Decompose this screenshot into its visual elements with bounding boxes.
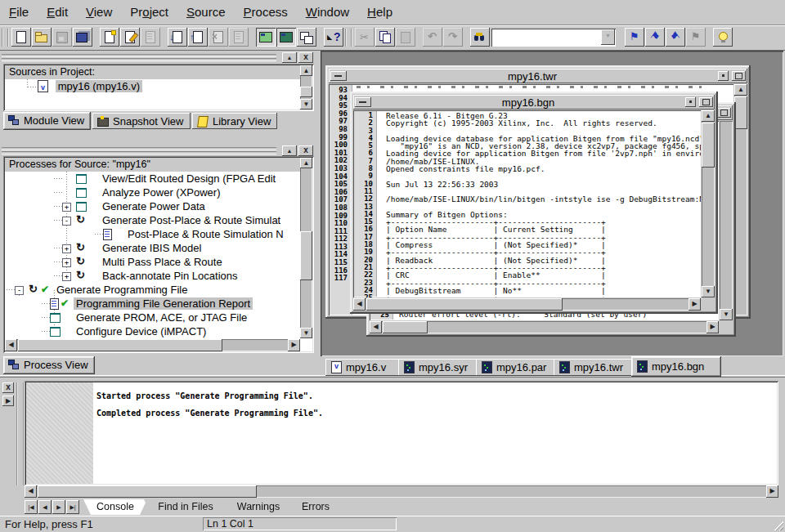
expand-icon[interactable] — [62, 244, 71, 253]
first-tab-button[interactable]: |◀ — [25, 500, 38, 514]
sources-vertical-scrollbar[interactable] — [300, 65, 312, 110]
process-item[interactable]: Generate IBIS Model — [5, 241, 300, 255]
scroll-left-arrow[interactable] — [370, 321, 382, 333]
process-item-label[interactable]: Generate PROM, ACE, or JTAG File — [74, 311, 249, 324]
menu-process[interactable]: Process — [235, 0, 297, 25]
find-combo[interactable] — [491, 29, 616, 47]
scroll-right-arrow[interactable] — [288, 339, 300, 351]
process-item[interactable]: Post-Place & Route Simulation N — [5, 227, 300, 241]
collapse-panel-button[interactable]: ▲ — [282, 52, 297, 63]
scroll-left-arrow[interactable] — [353, 298, 366, 311]
console-output[interactable]: Started process "Generate Programming Fi… — [25, 381, 778, 485]
window-menu-button[interactable] — [330, 71, 347, 81]
tab-module-view[interactable]: Module View — [3, 112, 91, 130]
collapse-panel-button[interactable]: ▲ — [282, 145, 297, 156]
process-item-label[interactable]: Generate Post-Place & Route Simulat — [100, 214, 283, 226]
window-menu-button[interactable] — [355, 97, 371, 107]
context-help-button[interactable] — [324, 28, 343, 47]
processes-tree[interactable]: View/Edit Routed Design (FPGA EditAnalyz… — [5, 172, 300, 338]
scroll-thumb[interactable] — [734, 96, 747, 129]
process-item-label[interactable]: Programming File Generation Report — [74, 297, 253, 310]
scroll-thumb[interactable] — [18, 339, 222, 351]
scroll-right-arrow[interactable] — [689, 298, 701, 311]
previous-tab-button[interactable]: ◀ — [38, 500, 52, 514]
last-tab-button[interactable]: ▶| — [66, 500, 79, 514]
scroll-down-arrow[interactable] — [300, 328, 312, 338]
expand-icon[interactable] — [62, 203, 71, 212]
close-console-button[interactable]: x — [2, 382, 14, 393]
sources-panel-gripbar[interactable]: ▲ x — [0, 52, 319, 62]
par-vertical-scrollbar[interactable] — [720, 121, 733, 320]
edit-source-button[interactable] — [120, 28, 140, 47]
scroll-thumb[interactable] — [300, 87, 312, 97]
resize-grip[interactable] — [772, 519, 783, 530]
file-tab-mpy16.twr[interactable]: mpy16.twr — [554, 359, 640, 376]
bgn-window[interactable]: mpy16.bgn 1Release 6.1i - Bitgen G.232Co… — [350, 92, 718, 314]
tab-errors[interactable]: Errors — [289, 499, 342, 515]
copy-button[interactable] — [375, 28, 395, 47]
twr-titlebar[interactable]: mpy16.twr — [329, 69, 747, 83]
toggle-processes-window-button[interactable] — [276, 28, 296, 47]
next-bookmark-button[interactable] — [645, 28, 665, 47]
scroll-down-arrow[interactable] — [702, 286, 715, 297]
tab-library-view[interactable]: Library View — [192, 113, 277, 129]
toolbar-drag-grip[interactable] — [345, 29, 352, 47]
processes-vertical-scrollbar[interactable] — [300, 158, 312, 338]
process-item-label[interactable]: View/Edit Routed Design (FPGA Edit — [100, 172, 278, 185]
par-horizontal-scrollbar[interactable] — [370, 321, 719, 333]
scroll-right-arrow[interactable] — [766, 485, 778, 498]
move-source-down-button[interactable] — [168, 28, 187, 47]
process-item[interactable]: View/Edit Routed Design (FPGA Edit — [5, 172, 300, 186]
tab-process-view[interactable]: Process View — [3, 356, 95, 374]
window-maximize-button[interactable] — [699, 97, 713, 107]
tab-console[interactable]: Console — [83, 499, 147, 515]
scroll-thumb[interactable] — [366, 298, 563, 311]
scroll-up-arrow[interactable] — [300, 65, 312, 76]
find-input[interactable] — [493, 30, 601, 45]
process-item-label[interactable]: Post-Place & Route Simulation N — [125, 228, 286, 240]
bgn-titlebar[interactable]: mpy16.bgn — [353, 95, 715, 110]
file-tab-mpy16.syr[interactable]: mpy16.syr — [398, 359, 485, 376]
source-item-mpy16[interactable]: mpy16 (mpy16.v) — [5, 79, 300, 93]
process-item[interactable]: Generate Post-Place & Route Simulat — [5, 213, 300, 227]
toggle-sources-window-button[interactable] — [256, 28, 276, 47]
process-item-label[interactable]: Analyze Power (XPower) — [100, 186, 223, 199]
scroll-right-arrow[interactable] — [706, 321, 719, 333]
twr-vertical-scrollbar[interactable] — [734, 84, 747, 315]
previous-bookmark-button[interactable] — [666, 28, 685, 47]
menu-source[interactable]: Source — [177, 0, 235, 25]
expand-icon[interactable] — [62, 272, 71, 281]
scroll-down-arrow[interactable] — [300, 99, 312, 110]
file-tab-mpy16.par[interactable]: mpy16.par — [476, 359, 563, 376]
new-document-button[interactable] — [11, 28, 31, 47]
file-tab-mpy16.v[interactable]: mpy16.v — [325, 359, 407, 376]
scroll-thumb[interactable] — [38, 485, 257, 498]
process-item[interactable]: Generate Programming File — [5, 283, 300, 297]
toggle-bookmark-button[interactable] — [625, 28, 644, 47]
menu-help[interactable]: Help — [358, 0, 401, 25]
close-panel-button[interactable]: x — [298, 52, 313, 63]
scroll-up-arrow[interactable] — [300, 158, 312, 168]
source-item-label[interactable]: mpy16 (mpy16.v) — [56, 80, 142, 92]
scroll-thumb[interactable] — [300, 231, 312, 280]
window-minimize-button[interactable] — [685, 97, 696, 107]
next-tab-button[interactable]: ▶ — [52, 500, 65, 514]
scroll-thumb[interactable] — [702, 123, 715, 168]
scroll-up-arrow[interactable] — [734, 84, 747, 96]
find-button[interactable] — [470, 28, 490, 47]
process-item-label[interactable]: Multi Pass Place & Route — [100, 256, 225, 268]
process-item-label[interactable]: Generate Power Data — [100, 200, 208, 212]
new-source-button[interactable] — [100, 28, 119, 47]
menu-edit[interactable]: Edit — [38, 0, 77, 25]
window-maximize-button[interactable] — [732, 71, 746, 81]
tab-snapshot-view[interactable]: Snapshot View — [92, 113, 191, 129]
scroll-left-arrow[interactable] — [25, 485, 37, 498]
collapse-icon[interactable] — [62, 217, 71, 226]
file-tab-mpy16.bgn[interactable]: mpy16.bgn — [631, 356, 721, 377]
process-item-label[interactable]: Generate Programming File — [54, 284, 190, 296]
process-item[interactable]: Programming File Generation Report — [5, 297, 300, 311]
save-all-button[interactable] — [73, 28, 92, 47]
process-item[interactable]: Generate Power Data — [5, 199, 300, 213]
menu-file[interactable]: File — [0, 0, 38, 25]
refresh-source-button[interactable] — [188, 28, 208, 47]
